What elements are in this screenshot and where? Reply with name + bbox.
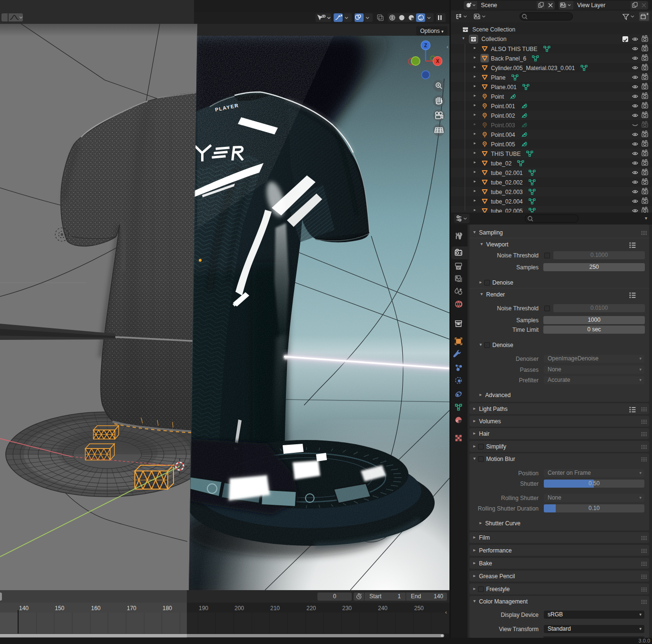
svg-text:X: X (436, 59, 439, 64)
svg-text:‹: ‹ (447, 44, 448, 50)
svg-text:Z: Z (424, 43, 427, 48)
